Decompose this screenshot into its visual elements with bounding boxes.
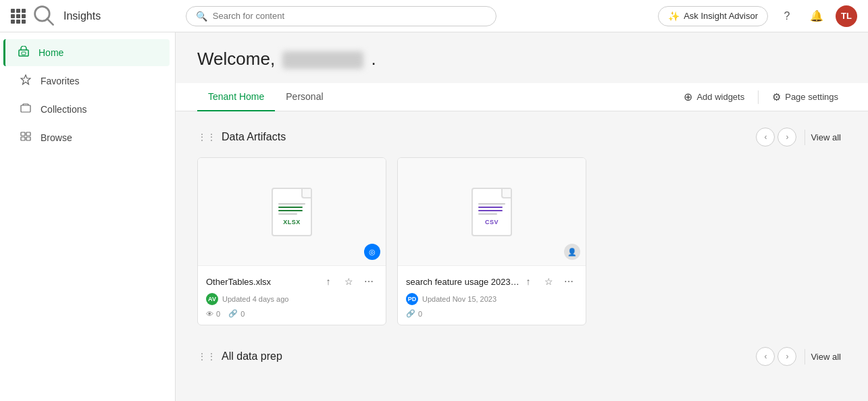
ask-advisor-button[interactable]: ✨ Ask Insight Advisor [658,6,768,26]
card-stats-2: 🔗 0 [406,309,578,318]
section-title-group-2: ⋮⋮ All data prep [197,350,756,363]
card-avatar-2: PD [406,293,418,305]
card-meta-2: PD Updated Nov 15, 2023 [406,293,578,305]
svg-rect-8 [21,137,25,140]
content-area: Welcome, . Tenant Home Personal ⊕ Add wi… [176,32,868,401]
username-blurred [282,51,363,69]
link-icon-1: 🔗 [228,309,238,318]
svg-rect-9 [26,137,30,140]
collections-icon [19,103,32,116]
card-star-button-1[interactable]: ☆ [340,273,357,290]
main-layout: Home Favorites Collections Browse Welcom… [0,32,868,401]
csv-label: CSV [485,219,499,225]
card-more-button-1[interactable]: ⋯ [360,273,378,290]
card-name-1: OtherTables.xlsx [206,277,320,287]
sidebar-item-home[interactable]: Home [3,39,170,66]
sidebar-item-favorites[interactable]: Favorites [5,68,170,95]
card-footer-2: search feature usage 2023.cs ↑ ☆ ⋯ PD [398,266,586,325]
card-actions-1: ↑ ☆ ⋯ [320,273,378,290]
home-icon [17,46,30,59]
view-stat-1: 👁 0 [206,310,220,318]
card-badge-2: 👤 [564,244,580,260]
help-icon: ? [784,10,790,22]
card-star-button-2[interactable]: ☆ [540,273,557,290]
link-stat-2: 🔗 0 [406,309,422,318]
topbar-right: ✨ Ask Insight Advisor ? 🔔 TL [658,5,857,27]
card-upload-button-1[interactable]: ↑ [320,273,337,290]
card-meta-text-2: Updated Nov 15, 2023 [422,295,496,303]
view-count-1: 0 [216,310,220,318]
card-more-button-2[interactable]: ⋯ [560,273,578,290]
card-meta-text-1: Updated 4 days ago [222,295,288,303]
svg-rect-3 [22,52,26,55]
all-data-prep-title: All data prep [222,350,282,363]
add-widgets-label: Add widgets [696,92,744,102]
card-avatar-1: AV [206,293,218,305]
card-othertables: XLSX ◎ OtherTables.xlsx ↑ ☆ ⋯ [197,157,386,325]
card-preview-1: XLSX ◎ [198,158,386,266]
eye-icon-1: 👁 [206,310,213,318]
section-header-all-data-prep: ⋮⋮ All data prep ‹ › View all [197,347,846,366]
data-artifacts-cards: XLSX ◎ OtherTables.xlsx ↑ ☆ ⋯ [197,157,846,325]
ask-advisor-label: Ask Insight Advisor [684,11,758,21]
sidebar-item-collections[interactable]: Collections [5,96,170,123]
bell-icon: 🔔 [810,9,823,22]
tab-tenant-home[interactable]: Tenant Home [197,83,275,111]
app-title: Insights [63,10,101,22]
star-icon [19,74,32,88]
qlik-logo[interactable] [32,4,57,28]
gear-icon: ⚙ [772,91,781,103]
sidebar-item-home-label: Home [39,47,63,58]
card-meta-1: AV Updated 4 days ago [206,293,378,305]
data-artifacts-title: Data Artifacts [222,131,286,143]
sidebar-item-favorites-label: Favorites [41,76,80,86]
page-settings-label: Page settings [785,92,838,102]
topbar-left: Insights [11,4,101,28]
card-footer-1: OtherTables.xlsx ↑ ☆ ⋯ AV Updated 4 [198,266,386,325]
avatar[interactable]: TL [836,5,857,27]
browse-icon [19,131,32,144]
view-all-data-prep[interactable]: View all [805,349,846,365]
sidebar-item-browse[interactable]: Browse [5,124,170,151]
card-name-2: search feature usage 2023.cs [406,277,519,287]
add-widgets-button[interactable]: ⊕ Add widgets [675,86,752,107]
tab-tenant-home-label: Tenant Home [208,91,264,102]
drag-handle-icon[interactable]: ⋮⋮ [197,132,216,142]
link-count-1: 0 [240,310,245,318]
page-settings-button[interactable]: ⚙ Page settings [764,87,846,107]
svg-line-1 [47,18,53,24]
search-input[interactable] [213,11,486,21]
section-nav-2: ‹ › View all [756,347,846,366]
svg-rect-7 [26,132,30,136]
nav-prev-button[interactable]: ‹ [756,128,775,146]
svg-marker-4 [21,75,30,84]
xlsx-label: XLSX [283,219,301,225]
badge-icon-2: 👤 [567,248,577,257]
section-title-group: ⋮⋮ Data Artifacts [197,131,756,143]
nav-prev-button-2[interactable]: ‹ [756,347,775,366]
svg-rect-6 [21,132,25,136]
section-header-data-artifacts: ⋮⋮ Data Artifacts ‹ › View all [197,128,846,146]
search-container: 🔍 [186,6,496,26]
xlsx-file-icon: XLSX [272,188,312,236]
svg-rect-5 [21,105,30,112]
nav-next-button-2[interactable]: › [777,347,796,366]
welcome-prefix: Welcome, [197,49,275,69]
help-button[interactable]: ? [776,5,798,27]
tab-actions: ⊕ Add widgets ⚙ Page settings [675,86,846,107]
search-icon: 🔍 [196,11,207,22]
link-stat-1: 🔗 0 [228,309,245,318]
view-all-data-artifacts[interactable]: View all [805,130,846,145]
sparkle-icon: ✨ [668,11,680,22]
all-data-prep-section: ⋮⋮ All data prep ‹ › View all [197,347,846,366]
card-upload-button-2[interactable]: ↑ [519,273,537,290]
apps-icon[interactable] [11,9,26,24]
section-nav: ‹ › View all [756,128,846,146]
tab-personal[interactable]: Personal [275,83,334,111]
drag-handle-icon-2[interactable]: ⋮⋮ [197,351,216,362]
nav-next-button[interactable]: › [777,128,796,146]
notifications-button[interactable]: 🔔 [806,5,827,27]
tab-divider [758,90,759,104]
link-icon-2: 🔗 [406,309,415,318]
welcome-heading: Welcome, . [197,49,846,70]
